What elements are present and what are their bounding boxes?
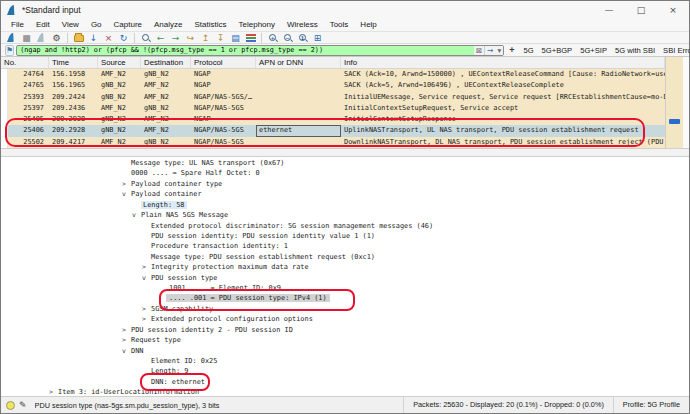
detail-line[interactable]: >Payload container type	[1, 179, 689, 189]
tree-collapsed-icon[interactable]: >	[142, 314, 151, 324]
start-capture-icon[interactable]	[4, 32, 19, 44]
column-header-no-[interactable]: No.	[1, 57, 49, 68]
detail-line[interactable]: Length: 9	[1, 366, 689, 376]
menu-tools[interactable]: Tools	[324, 19, 355, 31]
find-packet-icon[interactable]	[138, 32, 153, 44]
filter-add-button[interactable]: +	[506, 45, 517, 55]
detail-line[interactable]: >Item 3: id-UserLocationInformation	[1, 387, 689, 396]
go-to-top-icon[interactable]: ↥	[198, 32, 213, 44]
detail-line[interactable]: vDNN	[1, 346, 689, 356]
filter-clear-icon[interactable]: ⊠	[474, 46, 484, 55]
packet-row-25405[interactable]: 25405209.2928gNB_N2AMF_N2NGAPInitialCont…	[1, 114, 665, 125]
filter-shortcut-5g-bgp[interactable]: 5G+BGP	[538, 46, 577, 55]
title-bar[interactable]: *Standard input — □ ×	[1, 1, 689, 19]
pane-splitter[interactable]	[1, 148, 689, 157]
detail-line[interactable]: >Integrity protection maximum data rate	[1, 262, 689, 272]
packet-row-25393[interactable]: 25393209.2424gNB_N2AMF_N2NGAP/NAS-5GS/…I…	[1, 92, 665, 103]
detail-line[interactable]: >Request type	[1, 335, 689, 345]
column-header-time[interactable]: Time	[49, 57, 98, 68]
menu-edit[interactable]: Edit	[30, 19, 56, 31]
tree-expanded-icon[interactable]: v	[142, 273, 151, 283]
minimize-button[interactable]: —	[593, 1, 625, 19]
tree-collapsed-icon[interactable]: >	[142, 304, 151, 314]
capture-options-icon[interactable]: ⚙	[49, 32, 64, 44]
packet-row-25406[interactable]: 25406209.2928gNB_N2AMF_N2NGAP/NAS-5GSeth…	[1, 125, 665, 136]
stop-capture-icon[interactable]: ■	[19, 32, 34, 44]
packet-row-24764[interactable]: 24764156.1958AMF_N2gNB_N2NGAPSACK (Ack=1…	[1, 69, 665, 80]
detail-line[interactable]: vPlain NAS 5GS Message	[1, 210, 689, 220]
filter-shortcut-sbi-erros[interactable]: SBI Erros	[659, 46, 690, 55]
menu-go[interactable]: Go	[85, 19, 108, 31]
maximize-button[interactable]: □	[625, 1, 657, 19]
go-to-packet-icon[interactable]: ↪	[183, 32, 198, 44]
detail-line[interactable]: Extended protocol discriminator: 5G sess…	[1, 221, 689, 231]
tree-expanded-icon[interactable]: v	[122, 346, 131, 356]
open-file-icon[interactable]	[71, 32, 86, 44]
tree-expanded-icon[interactable]: v	[122, 189, 131, 199]
filter-shortcut-5g-with-sbi[interactable]: 5G with SBI	[611, 46, 659, 55]
menu-wireless[interactable]: Wireless	[281, 19, 324, 31]
tree-collapsed-icon[interactable]: >	[122, 325, 131, 335]
zoom-out-icon[interactable]: −	[280, 32, 295, 44]
tree-collapsed-icon[interactable]: >	[142, 262, 151, 272]
detail-line[interactable]: Message type: PDU session establishment …	[1, 252, 689, 262]
tree-collapsed-icon[interactable]: >	[122, 335, 131, 345]
menu-file[interactable]: File	[5, 19, 30, 31]
zoom-in-icon[interactable]: +	[265, 32, 280, 44]
expert-info-icon[interactable]	[6, 401, 15, 410]
restart-capture-icon[interactable]	[34, 32, 49, 44]
scrollbar-thumb[interactable]	[669, 119, 680, 124]
filter-apply-icon[interactable]: →	[484, 46, 495, 55]
detail-line[interactable]: vPDU session type	[1, 273, 689, 283]
go-back-icon[interactable]: ←	[153, 32, 168, 44]
capture-comment-icon[interactable]: ✎	[19, 400, 27, 410]
detail-line[interactable]: .... .001 = PDU session type: IPv4 (1)	[1, 293, 689, 303]
menu-analyze[interactable]: Analyze	[148, 19, 188, 31]
detail-line[interactable]: >PDU session identity 2 - PDU session ID	[1, 325, 689, 335]
go-forward-icon[interactable]: →	[168, 32, 183, 44]
detail-line[interactable]: Procedure transaction identity: 1	[1, 241, 689, 251]
detail-line[interactable]: 1001 .... = Element ID: 0x9	[1, 283, 689, 293]
column-header-info[interactable]: Info	[341, 57, 665, 68]
packet-row-25502[interactable]: 25502209.4217AMF_N2gNB_N2NGAP/NAS-5GSDow…	[1, 137, 665, 148]
menu-view[interactable]: View	[56, 19, 85, 31]
colorize-icon[interactable]	[243, 32, 258, 44]
filter-dropdown-icon[interactable]: ▾	[495, 46, 503, 55]
status-profile[interactable]: Profile: 5G Profile	[613, 397, 689, 413]
menu-help[interactable]: Help	[354, 19, 382, 31]
detail-line[interactable]: vPayload container	[1, 189, 689, 199]
close-button[interactable]: ×	[657, 1, 689, 19]
filter-shortcut-5g[interactable]: 5G	[519, 46, 537, 55]
reload-icon[interactable]: ↻	[116, 32, 131, 44]
packet-row-24765[interactable]: 24765156.1965gNB_N2AMF_N2NGAPSACK (Ack=5…	[1, 80, 665, 91]
detail-line[interactable]: Length: 58	[1, 200, 689, 210]
save-file-icon[interactable]: ↓	[86, 32, 101, 44]
go-to-bottom-icon[interactable]: ↧	[213, 32, 228, 44]
filter-bookmark-icon[interactable]: ⚑	[5, 45, 14, 56]
display-filter-input[interactable]	[17, 46, 474, 55]
detail-line[interactable]: 0000 .... = Spare Half Octet: 0	[1, 168, 689, 178]
menu-statistics[interactable]: Statistics	[189, 19, 233, 31]
filter-shortcut-5g-sip[interactable]: 5G+SIP	[576, 46, 611, 55]
detail-line[interactable]: >5GSM capability	[1, 304, 689, 314]
zoom-original-icon[interactable]: 1	[295, 32, 310, 44]
column-header-apn-or-dnn[interactable]: APN or DNN	[256, 57, 341, 68]
tree-collapsed-icon[interactable]: >	[49, 387, 58, 396]
column-header-source[interactable]: Source	[98, 57, 141, 68]
menu-telephony[interactable]: Telephony	[233, 19, 281, 31]
detail-line[interactable]: PDU session identity: PDU session identi…	[1, 231, 689, 241]
column-header-protocol[interactable]: Protocol	[191, 57, 256, 68]
detail-line[interactable]: Element ID: 0x25	[1, 356, 689, 366]
detail-line[interactable]: Message type: UL NAS transport (0x67)	[1, 158, 689, 168]
resize-columns-icon[interactable]: ⊞	[310, 32, 325, 44]
close-file-icon[interactable]: ×	[101, 32, 116, 44]
column-header-destination[interactable]: Destination	[141, 57, 191, 68]
packet-list-scrollbar[interactable]	[665, 57, 683, 148]
tree-expanded-icon[interactable]: v	[132, 210, 141, 220]
detail-line[interactable]: DNN: ethernet	[1, 377, 689, 387]
tree-collapsed-icon[interactable]: >	[122, 179, 131, 189]
auto-scroll-icon[interactable]: ▤	[228, 32, 243, 44]
packet-row-25397[interactable]: 25397209.2436AMF_N2gNB_N2NGAP/NAS-5GSIni…	[1, 103, 665, 114]
detail-line[interactable]: >Extended protocol configuration options	[1, 314, 689, 324]
menu-capture[interactable]: Capture	[108, 19, 148, 31]
